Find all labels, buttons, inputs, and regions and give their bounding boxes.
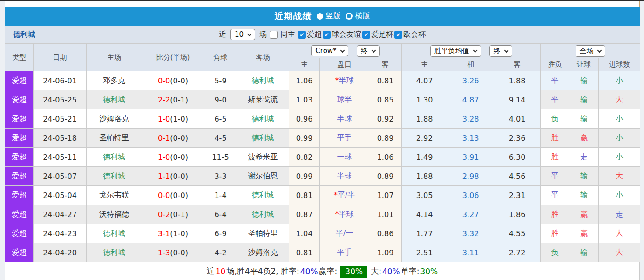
col-header-home: 主场: [87, 44, 142, 71]
handicap-cell: 半球: [320, 109, 369, 129]
goals-cell: 大: [599, 167, 640, 186]
let-result-cell: 输: [569, 71, 599, 90]
league-badge: 爱超: [5, 90, 34, 109]
full-match-header-cell: 全场: [541, 44, 640, 58]
avg-draw-cell: 3.32: [447, 224, 494, 243]
layout-radio-vertical[interactable]: 竖版: [317, 11, 341, 21]
result-cell: 平: [541, 186, 569, 205]
odds-state-select[interactable]: 终: [357, 45, 380, 57]
table-row: 爱超24-05-21沙姆洛克1-0(1-0)6-5德利城0.96半球0.921.…: [5, 109, 640, 129]
summary-segment-7: 40%: [382, 267, 400, 276]
radio-vertical-label[interactable]: 竖版: [326, 11, 341, 21]
summary-segment-4: 赢率:: [319, 266, 338, 277]
odds-home-cell: 0.82: [289, 148, 320, 167]
chevron-down-icon: [371, 48, 376, 53]
odds-home-cell: 1.04: [289, 224, 320, 243]
average-state-select[interactable]: 终: [489, 45, 512, 57]
odds-home-cell: 0.99: [289, 167, 320, 186]
summary-segment-9: 30%: [420, 267, 438, 276]
handicap-cell: 平手: [320, 129, 369, 148]
league-badge: 爱超: [5, 71, 34, 90]
league-checkbox-2[interactable]: ✔: [362, 31, 370, 39]
corner-cell: 5-9: [204, 71, 237, 90]
radio-selected-icon[interactable]: [317, 13, 323, 20]
league-checkbox-3[interactable]: ✔: [394, 31, 402, 39]
average-header-cell: 胜平负均值 终: [402, 44, 541, 58]
date-cell: 24-05-18: [34, 129, 87, 148]
odds-away-cell: 0.89: [369, 167, 402, 186]
date-cell: 24-05-21: [34, 109, 87, 129]
avg-away-cell: 6.30: [494, 148, 541, 167]
handicap-cell: 半/一: [320, 224, 369, 243]
handicap-cell: 一球: [320, 148, 369, 167]
score-cell: 0-0(0-0): [142, 186, 204, 205]
avg-home-cell: 2.51: [402, 243, 447, 262]
home-team-cell: 德利城: [87, 224, 142, 243]
home-team-cell: 德利城: [87, 148, 142, 167]
avg-home-cell: 4.07: [402, 71, 447, 90]
summary-segment-8: 单率:: [401, 266, 420, 277]
avg-home-cell: 2.92: [402, 129, 447, 148]
avg-draw-cell: 3.28: [447, 109, 494, 129]
company-header-cell: Crow* 终: [289, 44, 402, 58]
col-header-type: 类型: [5, 44, 34, 71]
odds-home-cell: 0.96: [289, 109, 320, 129]
date-cell: 24-04-27: [34, 205, 87, 224]
radio-horizontal-label[interactable]: 横版: [355, 11, 370, 21]
table-row: 爱超24-05-18圣帕特里0-1(0-0)4-5德利城0.99平手0.892.…: [5, 129, 640, 148]
corner-cell: 4-5: [204, 129, 237, 148]
goals-cell: 小: [599, 71, 640, 90]
home-team-cell: 德利城: [87, 167, 142, 186]
chevron-down-icon: [340, 48, 345, 53]
result-cell: 平: [541, 167, 569, 186]
score-cell: 3-1(1-0): [142, 224, 204, 243]
radio-unselected-icon[interactable]: [346, 13, 353, 20]
corner-cell: 1-4: [204, 186, 237, 205]
avg-home-cell: 3.05: [402, 186, 447, 205]
average-type-select[interactable]: 胜平负均值: [430, 45, 481, 57]
away-team-cell: 沙姆洛克: [237, 243, 289, 262]
score-cell: 0-1(0-0): [142, 129, 204, 148]
col-header-away: 客场: [237, 44, 289, 71]
sub-header-avg-home: 主: [402, 58, 447, 71]
away-team-cell: 德利城: [237, 109, 289, 129]
league-label-0: 爱超: [307, 30, 322, 39]
summary-segment-3: 40%: [300, 267, 318, 276]
goals-cell: 小: [599, 109, 640, 129]
table-row: 爱超24-05-07德利城1-1(0-0)3-3谢尔伯恩0.99半球0.891.…: [5, 167, 640, 186]
score-cell: 0-0(0-0): [142, 71, 204, 90]
odds-away-cell: 1.09: [369, 243, 402, 262]
chevron-down-icon: [597, 48, 602, 53]
result-cell: 胜: [541, 224, 569, 243]
full-match-select[interactable]: 全场: [576, 45, 605, 57]
same-home-checkbox[interactable]: [270, 31, 278, 39]
corner-cell: 4-2: [204, 243, 237, 262]
league-badge: 爱超: [5, 167, 34, 186]
let-result-cell: 输: [569, 90, 599, 109]
date-cell: 24-05-25: [34, 90, 87, 109]
recent-count-select[interactable]: 10: [230, 29, 255, 40]
goals-cell: 走: [599, 205, 640, 224]
league-checkbox-0[interactable]: ✔: [298, 31, 306, 39]
handicap-cell: *半球: [320, 71, 369, 90]
avg-home-cell: 1.88: [402, 109, 447, 129]
near-label: 近: [219, 30, 226, 40]
score-cell: 1-1(0-0): [142, 167, 204, 186]
summary-segment-2: 场,胜4平4负2, 胜率:: [226, 266, 299, 277]
odds-company-select[interactable]: Crow*: [311, 45, 348, 56]
top-strip: [5, 1, 640, 7]
date-cell: 24-06-01: [34, 71, 87, 90]
handicap-cell: 球半: [320, 90, 369, 109]
goals-cell: 小: [599, 148, 640, 167]
avg-draw-cell: 3.11: [447, 243, 494, 262]
average-type-value: 胜平负均值: [434, 47, 469, 55]
odds-home-cell: 0.81: [289, 243, 320, 262]
avg-draw-cell: 3.27: [447, 205, 494, 224]
odds-state-value: 终: [361, 47, 368, 55]
avg-draw-cell: 3.13: [447, 129, 494, 148]
league-checkbox-1[interactable]: ✔: [323, 31, 331, 39]
col-header-score: 比分(半场): [142, 44, 204, 71]
full-match-value: 全场: [580, 47, 594, 55]
layout-radio-horizontal[interactable]: 横版: [346, 11, 370, 21]
home-team-cell: 德利城: [87, 90, 142, 109]
